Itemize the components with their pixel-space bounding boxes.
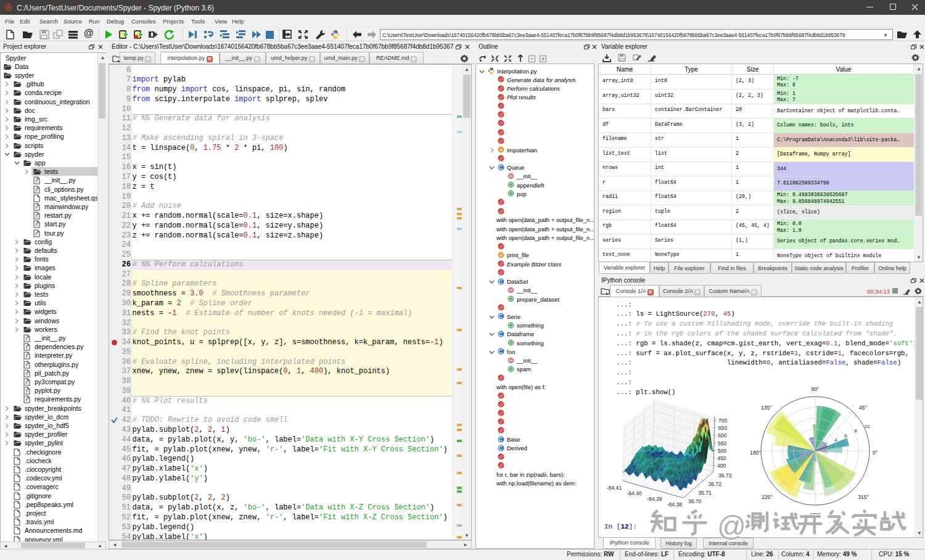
svg-text:225°: 225°: [762, 494, 773, 500]
svg-text:180°: 180°: [750, 450, 761, 456]
svg-text:36.73: 36.73: [718, 472, 732, 479]
svg-text:450: 450: [717, 455, 726, 461]
svg-text:650: 650: [718, 425, 728, 431]
svg-text:500: 500: [718, 448, 727, 454]
svg-text:36.72: 36.72: [709, 481, 722, 487]
svg-text:36.70: 36.70: [688, 498, 702, 504]
svg-text:600: 600: [718, 432, 727, 439]
svg-text:2: 2: [824, 442, 828, 447]
svg-text:-84.39: -84.39: [647, 496, 662, 502]
svg-text:45°: 45°: [859, 405, 867, 411]
svg-text:-84.40: -84.40: [627, 490, 642, 496]
svg-text:0°: 0°: [873, 450, 878, 456]
svg-text:550: 550: [718, 440, 727, 447]
svg-text:400: 400: [717, 463, 726, 469]
svg-text:36.71: 36.71: [698, 490, 712, 496]
svg-text:135°: 135°: [761, 405, 772, 411]
svg-text:-84.41: -84.41: [607, 485, 622, 491]
svg-text:8: 8: [854, 428, 857, 434]
svg-text:6: 6: [844, 433, 847, 439]
svg-text:315°: 315°: [858, 494, 869, 500]
svg-text:700: 700: [718, 418, 728, 424]
svg-text:90°: 90°: [812, 386, 820, 392]
svg-text:4: 4: [834, 437, 837, 443]
svg-text:10: 10: [864, 424, 870, 429]
svg-text:-84.38: -84.38: [667, 501, 683, 508]
